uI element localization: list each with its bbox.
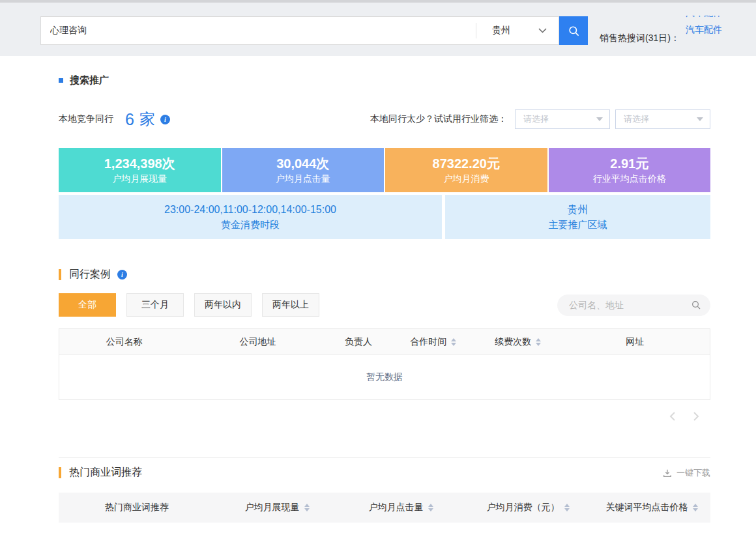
sort-icon[interactable]: [304, 504, 310, 511]
caret-down-icon: [697, 117, 703, 121]
stat-card-impressions: 1,234,398次 户均月展现量: [59, 148, 221, 192]
hotwords-section-title: 热门商业词推荐: [69, 466, 142, 480]
cases-table-header: 公司名称 公司地址 负责人 合作时间 续费次数 网址: [59, 329, 710, 355]
hotwords-table-header: 热门商业词推荐 户均月展现量 户均月点击量 户均月消费（元） 关键词平均点击价格: [59, 493, 710, 523]
next-page-icon[interactable]: [690, 411, 701, 422]
column-header-website: 网址: [560, 336, 710, 348]
stat-label: 户均月展现量: [112, 172, 167, 185]
stat-card-clicks: 30,044次 户均月点击量: [222, 148, 385, 192]
filter-tab-three-months[interactable]: 三个月: [126, 293, 184, 317]
stat-number: 30,044: [276, 156, 316, 171]
column-label: 合作时间: [410, 336, 446, 348]
sort-icon[interactable]: [536, 338, 541, 346]
stat-value: 30,044次: [276, 155, 329, 172]
filter-tab-all[interactable]: 全部: [59, 293, 116, 317]
column-label: 户均月展现量: [245, 502, 300, 513]
page: 贵州 销售热搜词(31日)： 汽车配件 汽车配件 搜索推广 本地竞争同行 6 家…: [0, 0, 756, 533]
info-strips: 23:00-24:00,11:00-12:00,14:00-15:00 黄金消费…: [59, 195, 710, 239]
column-header-person: 负责人: [326, 336, 391, 348]
stat-suffix: 元: [635, 156, 648, 171]
filter-tab-over-two-years[interactable]: 两年以上: [262, 293, 319, 317]
filter-tab-within-two-years[interactable]: 两年以内: [194, 293, 252, 317]
square-bullet-icon: [59, 78, 63, 83]
empty-state-row: 暂无数据: [59, 355, 710, 399]
hotwords-table-body: [59, 523, 710, 533]
column-label: 关键词平均点击价格: [606, 502, 688, 513]
one-click-download-button[interactable]: 一键下载: [662, 467, 710, 479]
industry-select-level2[interactable]: 请选择: [615, 109, 710, 129]
column-label: 公司名称: [106, 336, 143, 348]
info-icon[interactable]: i: [160, 115, 170, 124]
hot-word-link[interactable]: 汽车配件: [686, 21, 751, 38]
industry-filter-group: 本地同行太少？试试用行业筛选： 请选择 请选择: [370, 109, 710, 129]
competition-row: 本地竞争同行 6 家 i 本地同行太少？试试用行业筛选： 请选择 请选择: [59, 108, 710, 131]
empty-state-text: 暂无数据: [366, 371, 403, 383]
column-header-renewals[interactable]: 续费次数: [476, 336, 560, 348]
region-dropdown[interactable]: 贵州: [476, 17, 559, 44]
column-label: 负责人: [345, 336, 372, 348]
orange-bar-icon: [59, 269, 61, 280]
sort-icon[interactable]: [693, 504, 698, 511]
cases-section-title: 同行案例: [69, 268, 111, 281]
hot-search-words-label: 销售热搜词(31日)：: [600, 33, 680, 44]
search-button[interactable]: [559, 16, 588, 45]
stat-card-spend: 87322.20元 户均月消费: [385, 148, 547, 192]
search-promo-title: 搜索推广: [70, 74, 109, 87]
main-region-label: 主要推广区域: [549, 218, 607, 232]
download-label: 一键下载: [676, 467, 710, 479]
sort-icon[interactable]: [564, 504, 570, 511]
info-icon[interactable]: i: [117, 270, 127, 280]
stat-label: 户均月点击量: [276, 172, 330, 185]
industry-select-level1[interactable]: 请选择: [515, 109, 610, 129]
column-header-company-address: 公司地址: [190, 336, 327, 348]
column-header-keyword-avg-click-price[interactable]: 关键词平均点击价格: [593, 502, 710, 513]
company-search-input[interactable]: [569, 300, 691, 310]
stat-suffix: 次: [316, 156, 329, 171]
column-header-monthly-impressions[interactable]: 户均月展现量: [215, 502, 339, 513]
column-label: 户均月消费（元）: [487, 502, 560, 513]
stat-value: 2.91元: [610, 155, 648, 172]
search-group: 贵州: [40, 16, 588, 45]
stat-number: 1,234,398: [104, 156, 162, 171]
column-label: 网址: [626, 336, 644, 348]
stat-value: 87322.20元: [433, 155, 500, 172]
local-competition: 本地竞争同行 6 家 i: [59, 109, 170, 130]
column-header-monthly-clicks[interactable]: 户均月点击量: [339, 502, 463, 513]
search-box: 贵州: [40, 16, 559, 45]
chevron-down-icon: [538, 28, 547, 33]
hotwords-title: 热门商业词推荐: [59, 466, 142, 480]
pagination: [59, 411, 710, 422]
cases-section-header: 同行案例 i: [59, 268, 710, 281]
select-placeholder: 请选择: [523, 113, 549, 125]
main-region-strip: 贵州 主要推广区域: [445, 195, 710, 239]
main-region-value: 贵州: [568, 202, 589, 218]
search-icon[interactable]: [691, 300, 701, 310]
region-value: 贵州: [492, 25, 510, 36]
industry-filter-hint: 本地同行太少？试试用行业筛选：: [370, 113, 507, 125]
stat-label: 行业平均点击价格: [593, 172, 666, 185]
caret-down-icon: [596, 117, 603, 121]
column-header-cooperation-time[interactable]: 合作时间: [391, 336, 476, 348]
local-competition-label: 本地竞争同行: [59, 113, 113, 125]
company-search-box: [557, 295, 710, 316]
top-search-bar: 贵州 销售热搜词(31日)： 汽车配件 汽车配件: [0, 3, 756, 56]
golden-time-strip: 23:00-24:00,11:00-12:00,14:00-15:00 黄金消费…: [59, 195, 442, 239]
column-label: 热门商业词推荐: [105, 502, 169, 513]
column-header-company-name: 公司名称: [59, 336, 190, 348]
keyword-search-input[interactable]: [41, 17, 476, 44]
stat-value: 1,234,398次: [104, 155, 175, 172]
sort-icon[interactable]: [451, 338, 456, 346]
section-divider: [59, 457, 710, 458]
hot-word-link-previous[interactable]: 汽车配件: [686, 16, 751, 21]
column-header-monthly-spend[interactable]: 户均月消费（元）: [463, 502, 593, 513]
competitor-count: 6: [125, 110, 134, 129]
select-placeholder: 请选择: [624, 113, 649, 125]
golden-time-value: 23:00-24:00,11:00-12:00,14:00-15:00: [164, 202, 336, 218]
column-header-hot-word: 热门商业词推荐: [59, 502, 215, 513]
cases-table: 公司名称 公司地址 负责人 合作时间 续费次数 网址 暂无数据: [59, 328, 710, 400]
hotwords-section-header: 热门商业词推荐 一键下载: [59, 466, 710, 480]
previous-page-icon[interactable]: [667, 411, 679, 422]
stat-cards: 1,234,398次 户均月展现量 30,044次 户均月点击量 87322.2…: [59, 148, 710, 192]
stat-number: 87322.20: [433, 156, 487, 171]
sort-icon[interactable]: [428, 504, 433, 511]
